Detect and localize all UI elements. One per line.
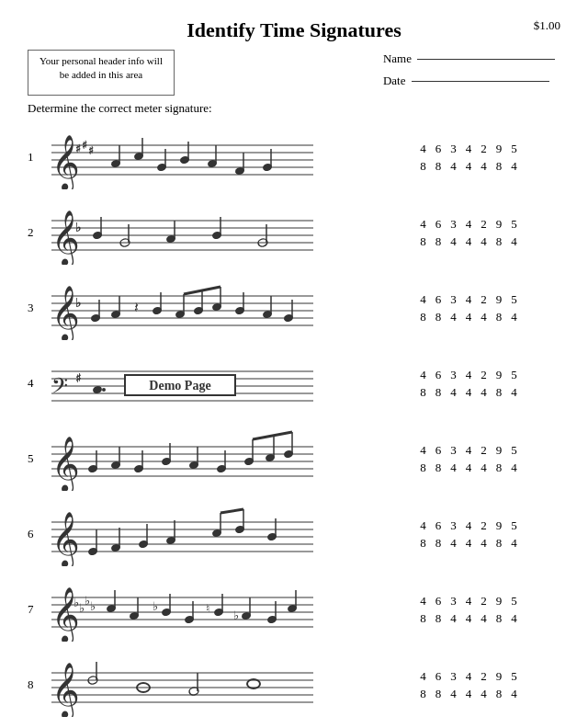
choices-area-4: 4634295 8844484 xyxy=(377,366,560,402)
exercise-row: 4 𝄢 ♯ Demo Page xyxy=(28,346,560,421)
date-label: Date xyxy=(383,74,406,88)
staff-svg-3: 𝄞 ♭ 𝄽 xyxy=(42,276,318,340)
choices-area-5: 4634295 8844484 xyxy=(377,441,560,477)
staff-svg-6: 𝄞 xyxy=(42,502,318,566)
choices-top-5: 4634295 xyxy=(420,441,517,460)
exercise-row: 3 𝄞 ♭ 𝄽 xyxy=(28,270,560,346)
svg-text:♭: ♭ xyxy=(75,221,81,234)
exercise-number: 6 xyxy=(28,527,42,541)
svg-text:♯: ♯ xyxy=(88,144,94,157)
exercise-number: 8 xyxy=(28,677,42,692)
staff-3: 𝄞 ♭ 𝄽 xyxy=(42,276,318,340)
staff-2: 𝄞 ♭ xyxy=(42,200,318,265)
choices-bottom-4: 8844484 xyxy=(420,383,517,402)
choices-top-3: 4634295 xyxy=(420,290,517,309)
choices-area-1: 4634295 8844484 xyxy=(377,140,560,176)
svg-text:𝄞: 𝄞 xyxy=(51,210,80,265)
page: Identify Time Signatures $1.00 Your pers… xyxy=(0,0,588,728)
choices-bottom-2: 8844484 xyxy=(420,233,517,251)
choices-top-1: 4634295 xyxy=(420,140,517,158)
date-underline[interactable] xyxy=(412,81,549,82)
svg-line-121 xyxy=(220,509,243,513)
choices-bottom-3: 8844484 xyxy=(420,308,517,326)
staff-8: 𝄞 xyxy=(42,653,318,717)
header-area: Your personal header info will be added … xyxy=(28,50,560,96)
choices-area-6: 4634295 8844484 xyxy=(377,517,560,552)
exercise-row: 8 𝄞 xyxy=(28,647,560,722)
exercise-number: 3 xyxy=(28,301,42,315)
choices-top-4: 4634295 xyxy=(420,366,517,384)
choices-area-8: 4634295 8844484 xyxy=(377,667,560,703)
name-line: Name xyxy=(383,51,560,66)
staff-1: 𝄞 ♯ ♯ ♯ xyxy=(42,125,318,189)
choices-top-2: 4634295 xyxy=(420,215,517,233)
svg-text:♮: ♮ xyxy=(206,602,209,615)
svg-text:𝄞: 𝄞 xyxy=(51,286,80,340)
svg-text:♭: ♭ xyxy=(75,296,81,310)
svg-line-102 xyxy=(253,432,292,439)
staff-svg-4: 𝄢 ♯ Demo Page xyxy=(42,351,318,415)
page-title: Identify Time Signatures xyxy=(28,18,560,42)
choices-area-7: 4634295 8844484 xyxy=(377,592,560,628)
exercise-number: 2 xyxy=(28,225,42,240)
staff-svg-2: 𝄞 ♭ xyxy=(42,200,318,265)
choices-bottom-1: 8844484 xyxy=(420,157,517,176)
staff-7: 𝄞 ♭ ♭ ♭ ♭ ♭ xyxy=(42,577,318,642)
choices-bottom-8: 8844484 xyxy=(420,685,517,703)
staff-svg-5: 𝄞 xyxy=(42,427,318,491)
name-underline[interactable] xyxy=(417,59,555,60)
choices-top-6: 4634295 xyxy=(420,517,517,535)
svg-text:𝄞: 𝄞 xyxy=(51,512,80,566)
staff-4: 𝄢 ♯ Demo Page xyxy=(42,351,318,415)
svg-text:𝄞: 𝄞 xyxy=(51,437,80,491)
svg-text:♯: ♯ xyxy=(75,371,81,385)
exercise-row: 5 𝄞 xyxy=(28,421,560,496)
date-line: Date xyxy=(383,74,560,88)
choices-top-7: 4634295 xyxy=(420,592,517,610)
svg-text:𝄞: 𝄞 xyxy=(51,663,80,717)
svg-text:♯: ♯ xyxy=(82,139,87,152)
choices-area-3: 4634295 8844484 xyxy=(377,290,560,326)
choices-area-2: 4634295 8844484 xyxy=(377,215,560,251)
exercise-row: 1 𝄞 ♯ ♯ ♯ xyxy=(28,119,560,195)
price: $1.00 xyxy=(534,18,560,33)
name-label: Name xyxy=(383,51,412,66)
exercise-number: 7 xyxy=(28,602,42,617)
staff-svg-7: 𝄞 ♭ ♭ ♭ ♭ ♭ xyxy=(42,577,318,642)
svg-text:Demo Page: Demo Page xyxy=(149,379,210,392)
exercise-number: 4 xyxy=(28,376,42,391)
staff-svg-1: 𝄞 ♯ ♯ ♯ xyxy=(42,125,318,189)
exercise-number: 1 xyxy=(28,150,42,165)
choices-bottom-6: 8844484 xyxy=(420,534,517,552)
choices-top-8: 4634295 xyxy=(420,667,517,686)
svg-text:♭: ♭ xyxy=(90,599,96,613)
staff-svg-8: 𝄞 xyxy=(42,653,318,717)
choices-bottom-5: 8844484 xyxy=(420,459,517,477)
choices-bottom-7: 8844484 xyxy=(420,609,517,628)
svg-text:♭: ♭ xyxy=(233,609,239,622)
svg-text:♯: ♯ xyxy=(75,142,81,155)
svg-text:♭: ♭ xyxy=(153,599,158,613)
persona-box: Your personal header info will be added … xyxy=(28,50,175,96)
name-date-area: Name Date xyxy=(383,50,560,96)
exercises-list: 1 𝄞 ♯ ♯ ♯ xyxy=(28,119,560,722)
svg-text:𝄢: 𝄢 xyxy=(51,374,68,403)
staff-6: 𝄞 xyxy=(42,502,318,566)
instructions: Determine the correct meter signature: xyxy=(28,101,560,116)
svg-point-75 xyxy=(102,388,106,392)
exercise-row: 2 𝄞 ♭ xyxy=(28,195,560,270)
exercise-number: 5 xyxy=(28,451,42,466)
exercise-row: 7 𝄞 ♭ ♭ ♭ ♭ xyxy=(28,572,560,647)
staff-5: 𝄞 xyxy=(42,427,318,491)
exercise-row: 6 𝄞 xyxy=(28,496,560,572)
